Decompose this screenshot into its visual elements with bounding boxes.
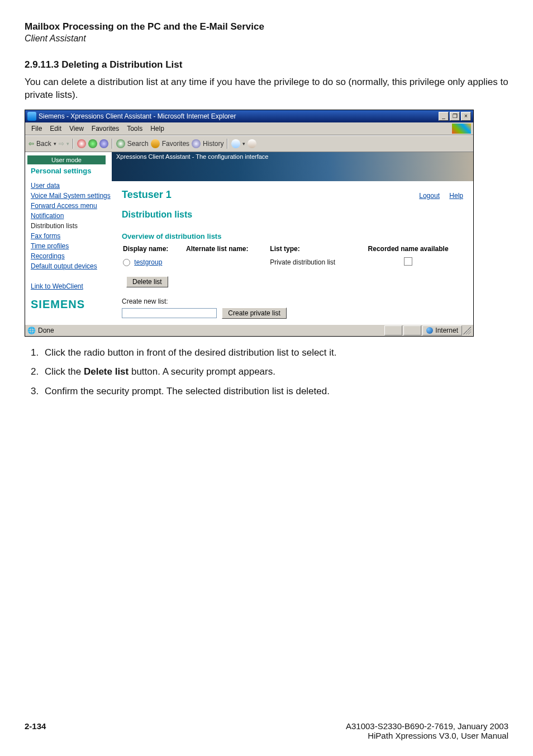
sidebar-item-time-profiles[interactable]: Time profiles bbox=[31, 242, 112, 250]
step-2-part-c: button. A security prompt appears. bbox=[129, 366, 275, 377]
toolbar-separator bbox=[227, 139, 228, 149]
back-label: Back bbox=[36, 140, 51, 148]
search-label: Search bbox=[127, 140, 149, 148]
favorites-label: Favorites bbox=[162, 140, 189, 148]
status-zone-label: Internet bbox=[435, 327, 458, 334]
col-display-name: Display name: bbox=[122, 244, 185, 256]
col-alt-name: Alternate list name: bbox=[185, 244, 269, 256]
footer-doc-id: A31003-S2330-B690-2-7619, January 2003 bbox=[346, 721, 508, 731]
print-icon[interactable] bbox=[248, 139, 256, 148]
favorites-icon[interactable] bbox=[151, 139, 160, 148]
globe-icon bbox=[426, 327, 433, 334]
step-3: Confirm the security prompt. The selecte… bbox=[41, 384, 508, 399]
step-2-part-a: Click the bbox=[45, 366, 84, 377]
menubar: File Edit View Favorites Tools Help bbox=[25, 122, 473, 135]
back-arrow-icon[interactable]: ⇦ bbox=[28, 140, 34, 148]
row-list-type: Private distribution list bbox=[269, 256, 356, 271]
toolbar: ⇦ Back ▾ ⇨ ▾ Search Favorites History ▾ bbox=[25, 135, 473, 152]
menu-help[interactable]: Help bbox=[146, 124, 168, 133]
section-subtitle: Client Assistant bbox=[25, 34, 508, 44]
forward-dropdown-icon[interactable]: ▾ bbox=[66, 141, 69, 147]
restore-button[interactable]: ❐ bbox=[450, 112, 460, 121]
close-button[interactable]: × bbox=[461, 112, 471, 121]
subsection-heading: 2.9.11.3 Deleting a Distribution List bbox=[25, 59, 508, 70]
mail-icon[interactable] bbox=[231, 139, 240, 148]
minimize-button[interactable]: _ bbox=[439, 112, 449, 121]
sidebar-item-forward-access[interactable]: Forward Access menu bbox=[31, 202, 112, 210]
logout-link[interactable]: Logout bbox=[419, 192, 440, 200]
menu-favorites[interactable]: Favorites bbox=[88, 124, 123, 133]
col-recorded-name: Recorded name available bbox=[356, 244, 463, 256]
menu-view[interactable]: View bbox=[65, 124, 88, 133]
footer-manual: HiPath Xpressions V3.0, User Manual bbox=[346, 731, 508, 740]
step-1: Click the radio button in front of the d… bbox=[41, 346, 508, 360]
distribution-lists-title: Distribution lists bbox=[122, 210, 463, 220]
search-icon[interactable] bbox=[116, 139, 125, 148]
create-private-list-button[interactable]: Create private list bbox=[222, 308, 286, 319]
distribution-table: Display name: Alternate list name: List … bbox=[122, 244, 463, 271]
siemens-brand: SIEMENS bbox=[31, 298, 112, 311]
footer-page-number: 2-134 bbox=[25, 721, 46, 740]
menu-edit[interactable]: Edit bbox=[46, 124, 65, 133]
sidebar-heading: Personal settings bbox=[31, 167, 112, 175]
window-title: Siemens - Xpressions Client Assistant - … bbox=[39, 112, 439, 120]
resize-grip-icon[interactable] bbox=[463, 327, 471, 334]
sidebar-item-recordings[interactable]: Recordings bbox=[31, 252, 112, 260]
menu-tools[interactable]: Tools bbox=[123, 124, 146, 133]
sidebar-item-webclient[interactable]: Link to WebClient bbox=[31, 282, 112, 290]
sidebar-item-notification[interactable]: Notification bbox=[31, 212, 112, 220]
sidebar: User mode Personal settings User data Vo… bbox=[25, 152, 112, 324]
table-row: testgroup Private distribution list bbox=[122, 256, 463, 271]
ms-logo-icon bbox=[452, 124, 471, 134]
status-done: Done bbox=[38, 327, 54, 334]
toolbar-separator bbox=[73, 139, 74, 149]
section-title: Mailbox Processing on the PC and the E-M… bbox=[25, 21, 508, 32]
sidebar-item-default-output[interactable]: Default output devices bbox=[31, 262, 112, 270]
page-footer: 2-134 A31003-S2330-B690-2-7619, January … bbox=[25, 721, 508, 740]
testuser-label: Testuser 1 bbox=[122, 189, 172, 201]
history-icon[interactable] bbox=[192, 139, 201, 148]
stop-icon[interactable] bbox=[77, 139, 86, 148]
create-list-input[interactable] bbox=[122, 308, 217, 318]
banner-text: Xpressions Client Assistant - The config… bbox=[116, 153, 269, 160]
intro-paragraph: You can delete a distribution list at an… bbox=[25, 76, 508, 102]
refresh-icon[interactable] bbox=[88, 139, 97, 148]
status-zone: Internet bbox=[422, 325, 462, 336]
ie-small-icon: 🌐 bbox=[27, 327, 36, 334]
titlebar[interactable]: Siemens - Xpressions Client Assistant - … bbox=[25, 110, 473, 122]
history-label: History bbox=[203, 140, 223, 148]
sidebar-item-user-data[interactable]: User data bbox=[31, 182, 112, 190]
col-list-type: List type: bbox=[269, 244, 356, 256]
step-2-bold: Delete list bbox=[84, 366, 129, 377]
sidebar-item-distribution-lists[interactable]: Distribution lists bbox=[31, 222, 112, 230]
menu-file[interactable]: File bbox=[27, 124, 46, 133]
screenshot-window: Siemens - Xpressions Client Assistant - … bbox=[25, 110, 474, 337]
row-name-link[interactable]: testgroup bbox=[134, 258, 162, 266]
mail-dropdown-icon[interactable]: ▾ bbox=[242, 141, 245, 147]
banner: Xpressions Client Assistant - The config… bbox=[112, 152, 473, 181]
row-radio[interactable] bbox=[123, 259, 130, 266]
help-link[interactable]: Help bbox=[449, 192, 463, 200]
back-dropdown-icon[interactable]: ▾ bbox=[54, 141, 56, 147]
overview-title: Overview of distribution lists bbox=[122, 232, 463, 240]
sidebar-user-mode: User mode bbox=[27, 155, 106, 164]
toolbar-separator bbox=[112, 139, 113, 149]
delete-list-button[interactable]: Delete list bbox=[126, 276, 168, 287]
sidebar-item-voicemail[interactable]: Voice Mail System settings bbox=[31, 192, 112, 200]
steps-list: Click the radio button in front of the d… bbox=[25, 346, 508, 399]
row-checkbox[interactable] bbox=[404, 257, 412, 266]
step-2: Click the Delete list button. A security… bbox=[41, 365, 508, 379]
sidebar-item-fax-forms[interactable]: Fax forms bbox=[31, 232, 112, 240]
statusbar: 🌐 Done Internet bbox=[25, 324, 473, 336]
forward-arrow-icon[interactable]: ⇨ bbox=[59, 140, 64, 148]
main-panel: Xpressions Client Assistant - The config… bbox=[112, 152, 473, 324]
ie-logo-icon bbox=[27, 112, 36, 121]
home-icon[interactable] bbox=[99, 139, 108, 148]
create-new-label: Create new list: bbox=[122, 297, 463, 305]
